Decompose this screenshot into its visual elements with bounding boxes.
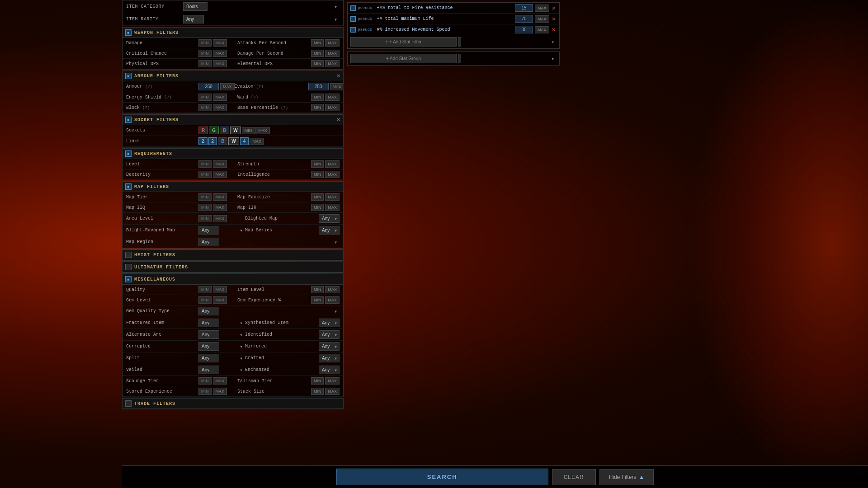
- item-category-select[interactable]: Boots: [183, 2, 208, 11]
- edps-max-btn[interactable]: MAX: [325, 60, 340, 67]
- item-rarity-select[interactable]: Any: [183, 15, 204, 23]
- edps-min-btn[interactable]: MIN: [311, 60, 324, 67]
- link-2b-btn[interactable]: 2: [208, 137, 217, 145]
- socket-white-btn[interactable]: W: [230, 127, 241, 134]
- stat-2-max-btn[interactable]: MAX: [535, 15, 549, 23]
- add-stat-group-btn[interactable]: + Add Stat Group: [350, 54, 457, 63]
- links-max-btn[interactable]: MAX: [250, 138, 264, 145]
- level-max-btn[interactable]: MAX: [213, 160, 227, 168]
- gem-exp-min-btn[interactable]: MIN: [311, 296, 324, 304]
- stat-3-max-btn[interactable]: MAX: [535, 26, 549, 33]
- iiq-min-btn[interactable]: MIN: [198, 204, 212, 211]
- armour-filters-close[interactable]: ✕: [337, 73, 340, 79]
- synth-select[interactable]: Any: [319, 319, 340, 327]
- veiled-select[interactable]: Any: [198, 366, 219, 374]
- str-max-btn[interactable]: MAX: [325, 160, 340, 168]
- bp-max-btn[interactable]: MAX: [325, 104, 340, 111]
- enchanted-select[interactable]: Any: [319, 366, 340, 374]
- crit-min-btn[interactable]: MIN: [198, 50, 212, 57]
- trade-filters-checkbox[interactable]: [125, 400, 132, 407]
- misc-checkbox[interactable]: [125, 276, 132, 282]
- socket-filters-checkbox[interactable]: [125, 117, 132, 123]
- stat-2-close-btn[interactable]: ✕: [551, 16, 557, 22]
- weapon-filters-checkbox[interactable]: [125, 29, 132, 36]
- split-select[interactable]: Any: [198, 354, 219, 362]
- stack-min-btn[interactable]: MIN: [311, 388, 324, 395]
- stat-3-min-input[interactable]: [515, 26, 533, 33]
- es-max-btn[interactable]: MAX: [213, 94, 227, 101]
- heist-filters-checkbox[interactable]: [125, 252, 132, 258]
- map-tier-min-btn[interactable]: MIN: [198, 193, 212, 201]
- aps-min-btn[interactable]: MIN: [311, 39, 324, 47]
- gem-level-min-btn[interactable]: MIN: [198, 296, 212, 304]
- sockets-min-btn[interactable]: MIN: [242, 127, 255, 134]
- evasion-value-input[interactable]: [308, 83, 329, 90]
- damage-max-btn[interactable]: MAX: [213, 39, 227, 47]
- packsize-min-btn[interactable]: MIN: [311, 193, 324, 201]
- dps-max-btn[interactable]: MAX: [325, 50, 340, 57]
- stat-2-checkbox[interactable]: [350, 16, 356, 22]
- iiq-max-btn[interactable]: MAX: [213, 204, 227, 211]
- ilvl-min-btn[interactable]: MIN: [311, 286, 324, 293]
- clear-button[interactable]: Clear: [552, 469, 596, 485]
- str-min-btn[interactable]: MIN: [311, 160, 324, 168]
- scourge-min-btn[interactable]: MIN: [198, 377, 212, 385]
- stat-3-close-btn[interactable]: ✕: [551, 27, 557, 33]
- dex-min-btn[interactable]: MIN: [198, 171, 212, 178]
- damage-min-btn[interactable]: MIN: [198, 39, 212, 47]
- add-group-type-select[interactable]: [458, 54, 461, 63]
- socket-filters-close[interactable]: ✕: [337, 117, 340, 123]
- block-min-btn[interactable]: MIN: [198, 104, 212, 111]
- hide-filters-button[interactable]: Hide Filters ▲: [599, 469, 654, 485]
- stat-1-max-btn[interactable]: MAX: [535, 5, 549, 12]
- es-min-btn[interactable]: MIN: [198, 94, 212, 101]
- iir-min-btn[interactable]: MIN: [311, 204, 324, 211]
- mirrored-select[interactable]: Any: [319, 342, 340, 351]
- gem-quality-type-select[interactable]: Any: [198, 307, 219, 315]
- pdps-max-btn[interactable]: MAX: [213, 60, 227, 67]
- armour-filters-checkbox[interactable]: [125, 73, 132, 79]
- stat-3-checkbox[interactable]: [350, 27, 356, 33]
- socket-green-btn[interactable]: G: [209, 127, 219, 134]
- socket-blue-btn[interactable]: B: [220, 127, 229, 134]
- socket-red-btn[interactable]: R: [198, 127, 208, 134]
- block-max-btn[interactable]: MAX: [213, 104, 227, 111]
- stored-exp-max-btn[interactable]: MAX: [213, 388, 227, 395]
- dps-min-btn[interactable]: MIN: [311, 50, 324, 57]
- sockets-max-btn[interactable]: MAX: [255, 127, 270, 134]
- gem-exp-max-btn[interactable]: MAX: [325, 296, 340, 304]
- aps-max-btn[interactable]: MAX: [325, 39, 340, 47]
- iir-max-btn[interactable]: MAX: [325, 204, 340, 211]
- bp-min-btn[interactable]: MIN: [311, 104, 324, 111]
- talisman-min-btn[interactable]: MIN: [311, 377, 324, 385]
- area-level-max-btn[interactable]: MAX: [213, 215, 227, 222]
- crafted-select[interactable]: Any: [319, 354, 340, 362]
- add-filter-type-select[interactable]: [458, 37, 461, 47]
- int-max-btn[interactable]: MAX: [325, 171, 340, 178]
- ward-min-btn[interactable]: MIN: [311, 94, 324, 101]
- dex-max-btn[interactable]: MAX: [213, 171, 227, 178]
- map-filters-checkbox[interactable]: [125, 183, 132, 190]
- corrupted-select[interactable]: Any: [198, 342, 219, 351]
- level-min-btn[interactable]: MIN: [198, 160, 212, 168]
- evasion-max-btn[interactable]: MAX: [330, 83, 344, 90]
- link-w-btn[interactable]: W: [228, 137, 239, 145]
- link-2a-btn[interactable]: 2: [198, 137, 208, 145]
- alt-art-select[interactable]: Any: [198, 330, 219, 339]
- requirements-checkbox[interactable]: [125, 150, 132, 157]
- blight-ravaged-select[interactable]: Any: [198, 226, 219, 235]
- stat-1-close-btn[interactable]: ✕: [551, 5, 557, 11]
- identified-select[interactable]: Any: [319, 330, 340, 339]
- link-4-btn[interactable]: 4: [240, 137, 249, 145]
- armour-value-input[interactable]: [198, 83, 219, 90]
- talisman-max-btn[interactable]: MAX: [325, 377, 340, 385]
- stored-exp-min-btn[interactable]: MIN: [198, 388, 212, 395]
- blighted-map-select[interactable]: Any: [319, 214, 340, 223]
- link-b-btn[interactable]: B: [218, 137, 227, 145]
- armour-max-btn[interactable]: MAX: [220, 83, 235, 90]
- scourge-max-btn[interactable]: MAX: [213, 377, 227, 385]
- stat-1-min-input[interactable]: [515, 4, 533, 12]
- crit-max-btn[interactable]: MAX: [213, 50, 227, 57]
- map-region-select[interactable]: Any: [198, 238, 219, 246]
- area-level-min-btn[interactable]: MIN: [198, 215, 212, 222]
